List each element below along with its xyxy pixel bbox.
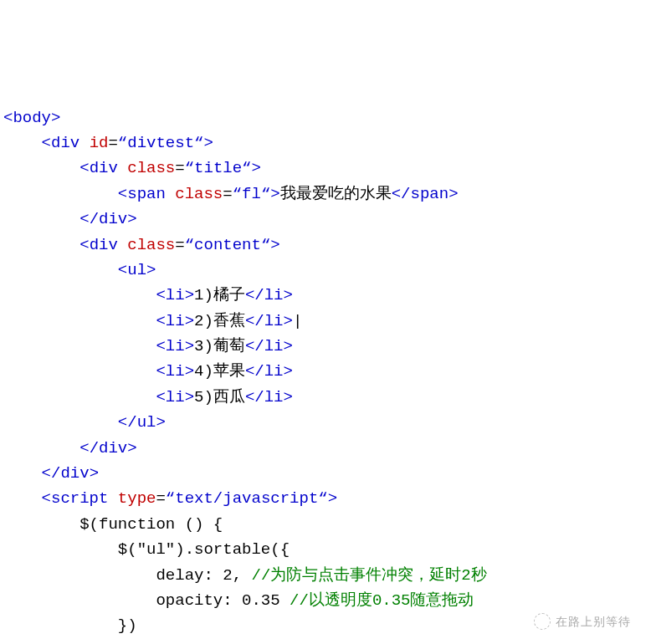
tag-div-open: <div [42,134,80,152]
li-2: 2)香蕉 [194,312,245,330]
js-line-2: $("ul").sortable({ [118,540,290,559]
watermark-icon [534,613,551,630]
text-cursor: | [293,312,302,330]
tag-div-open: <div [79,159,118,177]
tag-ul-close: </ul> [118,413,166,432]
js-comment-2: //以透明度0.35随意拖动 [290,591,474,610]
tag-li-open: <li> [156,312,194,330]
js-comment-1: //为防与点击事件冲突，延时2秒 [251,566,486,585]
js-opacity-val: 0.35 [242,591,280,610]
attr-id: id [90,134,109,152]
tag-li-open: <li> [156,286,194,304]
attr-class: class [127,159,175,177]
js-opacity-key: opacity: [156,591,232,610]
attr-type: type [118,489,156,508]
tag-span-open: <span [118,185,166,203]
val-divtest: “divtest“ [118,134,204,152]
tag-li-close: </li> [245,337,293,355]
tag-li-open: <li> [156,362,194,381]
js-delay-val: 2, [223,566,242,585]
attr-class: class [175,185,223,203]
val-content: “content“ [185,236,271,254]
attr-class: class [127,236,175,254]
watermark-text: 在路上别等待 [556,612,631,631]
tag-li-close: </li> [245,362,293,381]
tag-body-open: <body> [3,109,60,127]
li-5: 5)西瓜 [194,388,245,406]
tag-div-open: <div [79,236,118,254]
tag-div-close: </div> [42,464,99,483]
val-textjs: “text/javascript“ [166,489,328,508]
li-4: 4)苹果 [194,362,245,381]
js-delay-key: delay: [156,566,213,585]
tag-div-close: </div> [79,439,136,457]
tag-li-open: <li> [156,337,194,355]
tag-div-close: </div> [79,210,136,228]
li-3: 3)葡萄 [194,337,245,355]
tag-li-close: </li> [245,312,293,330]
js-line-1: $(function () { [79,515,223,534]
tag-span-close: </span> [392,185,459,203]
tag-li-close: </li> [245,286,293,304]
tag-li-open: <li> [156,388,194,406]
js-line-5: }) [118,616,137,635]
tag-li-close: </li> [245,388,293,406]
li-1: 1)橘子 [194,286,245,304]
watermark: 在路上别等待 [534,612,631,631]
val-title: “title“ [185,159,252,177]
title-text: 我最爱吃的水果 [280,185,392,203]
tag-script-open: <script [42,489,109,508]
code-block: <body> <div id=“divtest“> <div class=“ti… [3,105,648,644]
tag-ul-open: <ul> [118,261,156,279]
val-fl: “fl“ [233,185,271,203]
